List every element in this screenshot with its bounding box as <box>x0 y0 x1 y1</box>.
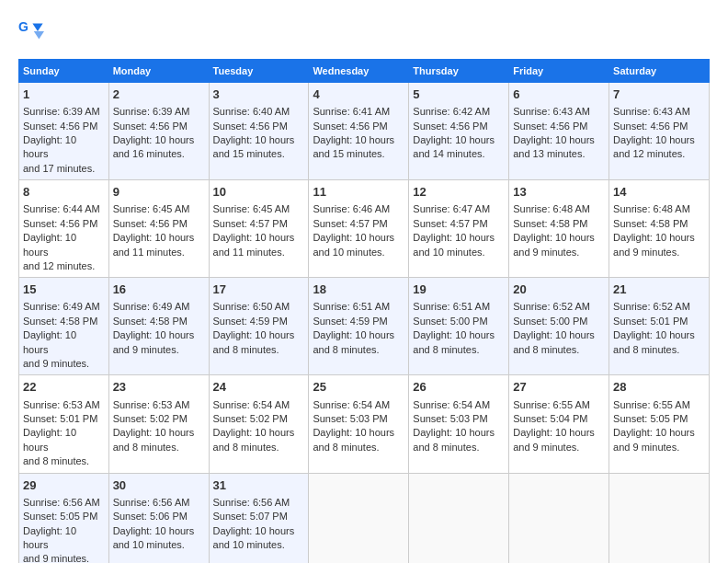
sunrise-label: Sunrise: 6:41 AM <box>313 106 390 117</box>
logo-icon: G <box>18 18 44 44</box>
week-row-2: 8Sunrise: 6:44 AMSunset: 4:56 PMDaylight… <box>19 180 710 278</box>
sunset-label: Sunset: 4:56 PM <box>613 121 688 132</box>
sunset-label: Sunset: 4:58 PM <box>113 316 188 327</box>
cell-week5-day5 <box>509 473 609 563</box>
cell-week2-day1: 9Sunrise: 6:45 AMSunset: 4:56 PMDaylight… <box>108 180 209 278</box>
day-number: 18 <box>313 282 404 298</box>
sunrise-label: Sunrise: 6:52 AM <box>613 301 690 312</box>
daylight-label: Daylight: 10 hours <box>23 232 76 257</box>
daylight-minutes: and 10 minutes. <box>113 539 185 550</box>
daylight-minutes: and 13 minutes. <box>513 148 585 159</box>
daylight-label: Daylight: 10 hours <box>313 134 394 145</box>
sunrise-label: Sunrise: 6:40 AM <box>213 106 290 117</box>
daylight-minutes: and 8 minutes. <box>113 442 179 453</box>
sunset-label: Sunset: 4:59 PM <box>313 316 387 327</box>
daylight-label: Daylight: 10 hours <box>413 329 495 340</box>
cell-week2-day4: 12Sunrise: 6:47 AMSunset: 4:57 PMDayligh… <box>409 180 509 278</box>
daylight-label: Daylight: 10 hours <box>613 232 695 243</box>
sunrise-label: Sunrise: 6:51 AM <box>413 301 490 312</box>
calendar-header: SundayMondayTuesdayWednesdayThursdayFrid… <box>19 60 710 83</box>
sunset-label: Sunset: 5:04 PM <box>513 413 587 424</box>
day-number: 17 <box>213 282 305 298</box>
cell-week5-day2: 31Sunrise: 6:56 AMSunset: 5:07 PMDayligh… <box>209 473 309 563</box>
week-row-4: 22Sunrise: 6:53 AMSunset: 5:01 PMDayligh… <box>19 375 710 473</box>
daylight-minutes: and 11 minutes. <box>113 247 185 258</box>
sunset-label: Sunset: 4:56 PM <box>23 218 97 229</box>
daylight-minutes: and 10 minutes. <box>213 539 285 550</box>
week-row-1: 1Sunrise: 6:39 AMSunset: 4:56 PMDaylight… <box>19 83 710 180</box>
day-number: 9 <box>113 184 205 201</box>
daylight-minutes: and 8 minutes. <box>513 344 579 355</box>
cell-week2-day6: 14Sunrise: 6:48 AMSunset: 4:58 PMDayligh… <box>609 180 710 278</box>
calendar-table: SundayMondayTuesdayWednesdayThursdayFrid… <box>18 59 710 563</box>
cell-week3-day2: 17Sunrise: 6:50 AMSunset: 4:59 PMDayligh… <box>209 278 309 375</box>
daylight-minutes: and 8 minutes. <box>213 442 279 453</box>
sunrise-label: Sunrise: 6:54 AM <box>413 399 490 410</box>
calendar-body: 1Sunrise: 6:39 AMSunset: 4:56 PMDaylight… <box>19 83 710 564</box>
daylight-minutes: and 9 minutes. <box>613 442 679 453</box>
daylight-label: Daylight: 10 hours <box>613 427 695 438</box>
sunrise-label: Sunrise: 6:55 AM <box>613 399 690 410</box>
cell-week5-day3 <box>309 473 409 563</box>
sunset-label: Sunset: 5:07 PM <box>213 511 288 522</box>
header-tuesday: Tuesday <box>209 60 309 83</box>
daylight-minutes: and 8 minutes. <box>313 442 379 453</box>
cell-week4-day1: 23Sunrise: 6:53 AMSunset: 5:02 PMDayligh… <box>108 375 209 473</box>
cell-week4-day2: 24Sunrise: 6:54 AMSunset: 5:02 PMDayligh… <box>209 375 309 473</box>
sunrise-label: Sunrise: 6:44 AM <box>23 203 100 214</box>
cell-week1-day0: 1Sunrise: 6:39 AMSunset: 4:56 PMDaylight… <box>19 83 109 180</box>
sunrise-label: Sunrise: 6:48 AM <box>513 203 590 214</box>
cell-week3-day5: 20Sunrise: 6:52 AMSunset: 5:00 PMDayligh… <box>509 278 609 375</box>
cell-week2-day2: 10Sunrise: 6:45 AMSunset: 4:57 PMDayligh… <box>209 180 309 278</box>
sunrise-label: Sunrise: 6:42 AM <box>413 106 490 117</box>
sunset-label: Sunset: 5:01 PM <box>23 413 97 424</box>
sunrise-label: Sunrise: 6:53 AM <box>113 399 190 410</box>
daylight-minutes: and 8 minutes. <box>313 344 379 355</box>
day-number: 2 <box>113 86 205 103</box>
day-number: 8 <box>23 184 105 201</box>
daylight-minutes: and 8 minutes. <box>213 344 279 355</box>
sunset-label: Sunset: 4:56 PM <box>413 121 487 132</box>
daylight-label: Daylight: 10 hours <box>313 329 394 340</box>
daylight-minutes: and 12 minutes. <box>613 148 685 159</box>
sunset-label: Sunset: 4:59 PM <box>213 316 288 327</box>
week-row-3: 15Sunrise: 6:49 AMSunset: 4:58 PMDayligh… <box>19 278 710 375</box>
day-number: 14 <box>613 184 705 201</box>
day-number: 30 <box>113 477 205 494</box>
page-header: G <box>18 18 710 44</box>
sunrise-label: Sunrise: 6:43 AM <box>613 106 690 117</box>
sunrise-label: Sunrise: 6:50 AM <box>213 301 290 312</box>
sunrise-label: Sunrise: 6:56 AM <box>213 497 290 508</box>
daylight-label: Daylight: 10 hours <box>613 329 695 340</box>
day-number: 31 <box>213 477 305 494</box>
cell-week1-day6: 7Sunrise: 6:43 AMSunset: 4:56 PMDaylight… <box>609 83 710 180</box>
sunrise-label: Sunrise: 6:56 AM <box>113 497 190 508</box>
day-number: 7 <box>613 86 705 103</box>
daylight-label: Daylight: 10 hours <box>313 232 394 243</box>
daylight-minutes: and 9 minutes. <box>113 344 179 355</box>
day-number: 11 <box>313 184 404 201</box>
sunset-label: Sunset: 4:56 PM <box>113 121 188 132</box>
header-monday: Monday <box>108 60 209 83</box>
day-number: 19 <box>413 282 505 298</box>
cell-week3-day3: 18Sunrise: 6:51 AMSunset: 4:59 PMDayligh… <box>309 278 409 375</box>
cell-week5-day6 <box>609 473 710 563</box>
daylight-minutes: and 14 minutes. <box>413 148 484 159</box>
daylight-label: Daylight: 10 hours <box>213 232 295 243</box>
daylight-label: Daylight: 10 hours <box>213 134 295 145</box>
day-number: 21 <box>613 282 705 298</box>
cell-week5-day0: 29Sunrise: 6:56 AMSunset: 5:05 PMDayligh… <box>19 473 109 563</box>
daylight-label: Daylight: 10 hours <box>113 329 195 340</box>
daylight-minutes: and 16 minutes. <box>113 148 185 159</box>
daylight-minutes: and 9 minutes. <box>23 358 89 369</box>
daylight-minutes: and 8 minutes. <box>613 344 679 355</box>
sunset-label: Sunset: 5:02 PM <box>113 413 188 424</box>
sunrise-label: Sunrise: 6:53 AM <box>23 399 100 410</box>
sunset-label: Sunset: 4:56 PM <box>313 121 387 132</box>
sunrise-label: Sunrise: 6:39 AM <box>23 106 100 117</box>
sunset-label: Sunset: 5:00 PM <box>413 316 487 327</box>
daylight-minutes: and 8 minutes. <box>23 455 89 466</box>
sunrise-label: Sunrise: 6:55 AM <box>513 399 590 410</box>
sunrise-label: Sunrise: 6:43 AM <box>513 106 590 117</box>
cell-week1-day2: 3Sunrise: 6:40 AMSunset: 4:56 PMDaylight… <box>209 83 309 180</box>
